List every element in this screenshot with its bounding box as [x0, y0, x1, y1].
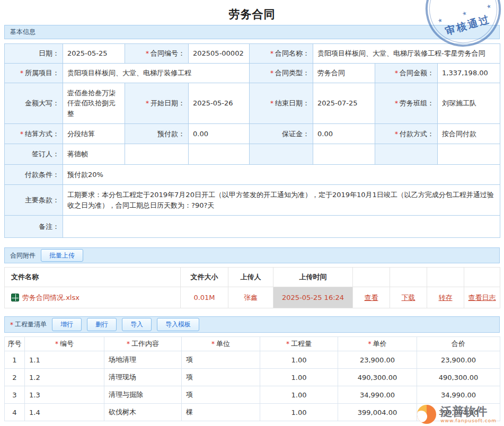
field-label-text: 日期：: [39, 49, 59, 57]
boq-code: 1.3: [25, 386, 104, 404]
attachment-file-name-link[interactable]: 劳务合同情况.xlsx: [22, 294, 79, 301]
section-boq: * 工程量清单 增行 删行 导入 导入模板: [4, 316, 500, 333]
col-header-action: [353, 268, 390, 287]
boq-code: 1.2: [25, 369, 104, 386]
field-value-payment-terms: 预付款20%: [63, 165, 500, 185]
required-marker: *: [20, 69, 23, 77]
section-attachments: 合同附件 批量上传: [4, 247, 500, 263]
boq-unit: 棵: [182, 404, 260, 421]
page-title: 劳务合同: [0, 0, 504, 20]
field-value-project: 贵阳项目样板间、大堂、电梯厅装修工程: [63, 64, 250, 83]
col-header-file-name: 文件名称: [5, 268, 181, 287]
boq-unit: 项: [182, 369, 260, 386]
boq-content: 场地清理: [104, 351, 182, 369]
empty-label-cell: [250, 144, 313, 165]
col-header-action: [390, 268, 427, 287]
attachment-upload-time: 2025-05-25 16:24: [273, 287, 353, 308]
boq-quantity: 1.00: [260, 351, 338, 369]
col-header-text: 工程量: [291, 340, 312, 348]
form-row: 金额大写： 壹佰叁拾叁万柒仟壹佰玖拾捌元整 *开始日期： 2025-05-26 …: [5, 83, 500, 124]
col-header-file-size: 文件大小: [181, 268, 228, 287]
field-label-date: 日期：: [5, 44, 63, 64]
boq-total: 23,900.00: [417, 351, 500, 369]
field-label-contract-no: *合同编号：: [125, 44, 189, 64]
empty-cell: [189, 144, 250, 165]
boq-quantity: 1.00: [260, 386, 338, 404]
field-label-contract-amount: *合同金额：: [375, 64, 438, 83]
field-label-amount-caps: 金额大写：: [5, 83, 63, 124]
save-as-link[interactable]: 转存: [439, 294, 453, 301]
field-value-contract-no: 202505-00002: [189, 44, 250, 64]
view-log-link[interactable]: 查看日志: [468, 294, 496, 301]
boq-row: 3 1.3 清理与掘除 项 1.00 34,990.00 34,990.00: [5, 386, 500, 404]
form-row: 付款条件： 预付款20%: [5, 165, 500, 185]
col-header-action: [464, 268, 500, 287]
field-label-end-date: *结束日期：: [250, 83, 313, 124]
field-label-payment-method: *付款方式：: [375, 124, 438, 144]
field-value-remark: [63, 216, 500, 238]
empty-cell: [438, 144, 500, 165]
required-marker: *: [127, 340, 130, 348]
col-header-code: *编号: [25, 337, 104, 351]
col-header-text: 合价: [452, 340, 465, 348]
field-label-text: 结算方式：: [25, 130, 59, 138]
required-marker: *: [10, 321, 13, 329]
section-basic-info-title: 基本信息: [10, 28, 36, 37]
field-value-signer: 蒋德帧: [63, 144, 125, 165]
import-template-button[interactable]: 导入模板: [157, 318, 199, 331]
required-marker: *: [395, 69, 398, 77]
field-label-main-clauses: 主要条款：: [5, 185, 63, 216]
boq-total: 399,004.00: [417, 404, 500, 421]
field-label-text: 开始日期：: [151, 99, 185, 107]
form-row: 备注：: [5, 216, 500, 238]
boq-content: 砍伐树木: [104, 404, 182, 421]
required-marker: *: [270, 50, 273, 57]
required-marker: *: [395, 130, 398, 138]
boq-content: 清理现场: [104, 369, 182, 386]
field-label-text: 备注：: [39, 223, 59, 230]
field-value-labor-team: 刘琛施工队: [438, 83, 500, 124]
required-marker: *: [146, 50, 149, 57]
form-row: *所属项目： 贵阳项目样板间、大堂、电梯厅装修工程 *合同类型： 劳务合同 *合…: [5, 64, 500, 83]
delete-row-button[interactable]: 删行: [87, 318, 117, 331]
view-link[interactable]: 查看: [365, 294, 378, 301]
field-label-contract-name: *合同名称：: [250, 44, 313, 64]
col-header-action: [427, 268, 464, 287]
labor-contract-page: ★ ★ ★ 审核通过 劳务合同 基本信息 日期： 2025-05-25 *合同编…: [0, 0, 504, 426]
required-marker: *: [20, 130, 23, 138]
required-marker: *: [270, 69, 273, 77]
col-header-text: 单价: [373, 340, 387, 348]
boq-unit-price: 23,900.00: [338, 351, 417, 369]
field-value-payment-method: 按合同付款: [438, 124, 500, 144]
boq-unit: 项: [182, 386, 260, 404]
boq-total: 34,990.00: [417, 386, 500, 404]
required-marker: *: [146, 100, 149, 107]
field-label-payment-terms: 付款条件：: [5, 165, 63, 185]
field-label-text: 预付款：: [157, 130, 185, 138]
attachment-file-size: 0.01M: [181, 287, 228, 308]
field-label-deposit: 保证金：: [250, 124, 313, 144]
col-header-text: 编号: [60, 340, 74, 348]
col-header-uploader: 上传人: [228, 268, 273, 287]
field-label-signer: 签订人：: [5, 144, 63, 165]
field-label-text: 劳务班组：: [400, 99, 434, 107]
field-label-text: 保证金：: [282, 130, 310, 138]
form-row: 签订人： 蒋德帧: [5, 144, 500, 165]
boq-unit: 项: [182, 351, 260, 369]
boq-row: 4 1.4 砍伐树木 棵 1.00 399,004.00 399,004.00: [5, 404, 500, 421]
field-label-text: 结束日期：: [275, 99, 310, 107]
boq-unit-price: 490,300.00: [338, 369, 417, 386]
field-label-text: 付款条件：: [25, 171, 59, 179]
attachment-action-cell: 下载: [390, 287, 427, 308]
import-button[interactable]: 导入: [122, 318, 152, 331]
boq-code: 1.1: [25, 351, 104, 369]
col-header-unit: *单位: [182, 337, 260, 351]
form-row: 日期： 2025-05-25 *合同编号： 202505-00002 *合同名称…: [5, 44, 500, 64]
download-link[interactable]: 下载: [402, 294, 415, 301]
section-boq-title: 工程量清单: [15, 320, 47, 329]
boq-quantity: 1.00: [260, 369, 338, 386]
batch-upload-button[interactable]: 批量上传: [41, 249, 83, 262]
col-header-index: 序号: [5, 337, 25, 351]
field-value-deposit: 0.00: [313, 124, 375, 144]
add-row-button[interactable]: 增行: [52, 318, 82, 331]
